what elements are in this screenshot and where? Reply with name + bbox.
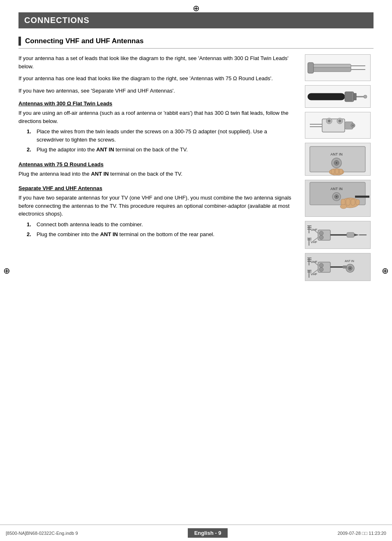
svg-point-62 (319, 231, 323, 235)
svg-text:ANT IN: ANT IN (345, 260, 354, 262)
subsection3-intro: If you have two separate antennas for yo… (18, 194, 293, 218)
page-number: English - 9 (194, 530, 221, 536)
svg-point-28 (352, 125, 354, 126)
sub2-pre: Plug the antenna lead into the (18, 171, 91, 177)
combiner-diagram1: UHF VHF (305, 221, 371, 249)
intro-para2: If your antenna has one lead that looks … (18, 74, 293, 83)
svg-rect-37 (331, 169, 334, 174)
svg-rect-67 (347, 232, 354, 237)
sub2-post: terminal on the back of the TV. (109, 171, 182, 177)
round-cable-diagram (305, 85, 371, 108)
svg-rect-16 (354, 93, 356, 100)
subsection2-title: Antennas with 75 Ω Round Leads (18, 161, 293, 167)
subsection3-step1: 1. Connect both antenna leads to the com… (27, 221, 293, 229)
svg-point-80 (319, 263, 323, 267)
svg-rect-38 (335, 169, 339, 174)
ant-plug-diagram: ANT IN (305, 180, 371, 217)
bottom-bar: [8500-NA]BN68-02322C-Eng.indb 9 English … (0, 525, 392, 541)
main-layout: If your antenna has a set of leads that … (18, 54, 374, 281)
sub3-step2-post: terminal on the bottom of the rear panel… (118, 231, 214, 237)
sub3-step2-pre: Plug the combiner into the (37, 231, 100, 237)
sub3-step1-text: Connect both antenna leads to the combin… (37, 221, 143, 229)
svg-rect-39 (339, 169, 343, 174)
svg-rect-90 (343, 266, 347, 268)
svg-point-15 (364, 95, 367, 98)
subsection1-step1: 1. Place the wires from the twin leads u… (27, 128, 293, 144)
subsection1-intro: If you are using an off-air antenna (suc… (18, 109, 293, 125)
svg-rect-1 (310, 64, 351, 67)
connections-header: CONNECTIONS (18, 12, 374, 28)
svg-marker-68 (354, 234, 359, 236)
section-title: Connecting VHF and UHF Antennas (18, 37, 374, 49)
svg-rect-49 (351, 199, 355, 205)
flat-antenna-diagram (305, 54, 371, 81)
svg-point-63 (319, 235, 323, 239)
footer-left: [8500-NA]BN68-02322C-Eng.indb 9 (6, 531, 78, 536)
sub3-step2-text: Plug the combiner into the ANT IN termin… (37, 230, 214, 239)
svg-rect-48 (346, 199, 350, 205)
step-number-2: 2. (27, 146, 33, 154)
svg-rect-5 (308, 63, 314, 73)
reg-mark-left: ⊕ (3, 266, 10, 276)
footer-right: 2009-07-28 □□ 11:23:20 (338, 531, 387, 536)
reg-mark-right: ⊕ (382, 266, 389, 276)
intro-para3: If you have two antennas, see 'Separate … (18, 87, 293, 95)
ant-in-diagram: ANT IN (305, 143, 371, 176)
svg-point-44 (336, 196, 337, 197)
combiner-ant-diagram: UHF VHF (305, 253, 371, 281)
reg-mark-top: ⊕ (193, 3, 200, 13)
step2-text: Plug the adaptor into the ANT IN termina… (37, 146, 188, 154)
svg-rect-2 (310, 67, 351, 72)
subsection2-text: Plug the antenna lead into the ANT IN te… (18, 170, 293, 178)
svg-text:ANT IN: ANT IN (330, 152, 342, 156)
intro-para1: If your antenna has a set of leads that … (18, 54, 293, 70)
text-column: If your antenna has a set of leads that … (18, 54, 293, 281)
svg-text:ANT IN: ANT IN (330, 187, 342, 191)
svg-rect-6 (308, 93, 345, 100)
step-number-1: 1. (27, 128, 33, 144)
svg-point-81 (319, 267, 323, 272)
svg-point-88 (349, 267, 351, 269)
step3-number-2: 2. (27, 230, 33, 239)
svg-point-35 (336, 162, 337, 164)
sub3-step2-bold: ANT IN (100, 231, 118, 237)
step2-pre: Plug the adaptor into the (37, 146, 96, 153)
sub2-bold: ANT IN (91, 171, 108, 177)
subsection3-title: Separate VHF and UHF Antennas (18, 185, 293, 191)
svg-point-51 (340, 204, 347, 209)
subsection1-title: Antennas with 300 Ω Flat Twin Leads (18, 100, 293, 107)
adapter-diagram (305, 112, 371, 139)
svg-rect-50 (356, 200, 360, 205)
section-title-bar (18, 37, 21, 46)
step3-number-1: 1. (27, 221, 33, 229)
step1-text: Place the wires from the twin leads unde… (37, 128, 293, 144)
section-title-text: Connecting VHF and UHF Antennas (25, 37, 143, 45)
subsection3-step2: 2. Plug the combiner into the ANT IN ter… (27, 230, 293, 239)
subsection1-step2: 2. Plug the adaptor into the ANT IN term… (27, 146, 293, 154)
step2-bold: ANT IN (96, 146, 114, 153)
step2-post: terminal on the back of the TV. (114, 146, 188, 153)
page-number-box: English - 9 (188, 528, 228, 538)
page-content: CONNECTIONS Connecting VHF and UHF Anten… (0, 0, 392, 289)
image-column: ANT IN (302, 54, 374, 281)
